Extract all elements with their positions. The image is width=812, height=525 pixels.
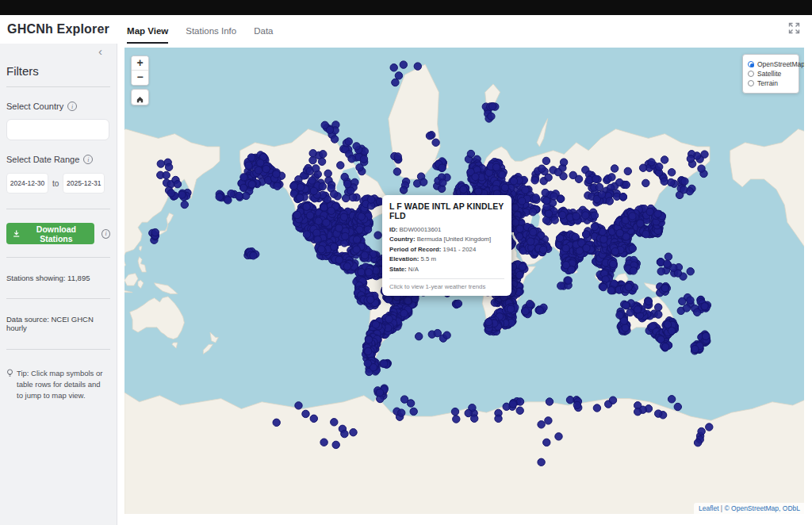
download-stations-button[interactable]: Download Stations bbox=[6, 223, 94, 244]
popup-state-row: State: N/A bbox=[389, 265, 504, 274]
home-icon bbox=[136, 95, 144, 104]
app-title: GHCNh Explorer bbox=[7, 22, 109, 36]
country-input[interactable] bbox=[6, 119, 109, 140]
download-icon bbox=[13, 229, 20, 238]
date-to-input[interactable]: 2025-12-31 bbox=[63, 173, 105, 194]
nav-tabs: Map View Stations Info Data bbox=[118, 15, 282, 44]
zoom-out-button[interactable]: − bbox=[132, 71, 148, 85]
layer-control: OpenStreetMap Satellite Terrain bbox=[742, 54, 799, 94]
filters-sidebar: ‹ Filters Select Country i Select Date R… bbox=[0, 44, 117, 525]
data-source-text: Data source: NCEI GHCN hourly bbox=[6, 315, 110, 332]
tip-note: Tip: Click map symbols or table rows for… bbox=[6, 368, 110, 400]
station-popup[interactable]: L F WADE INTL AP KINDLEY FLD ID: BDW0001… bbox=[382, 195, 511, 296]
filters-heading: Filters bbox=[6, 64, 110, 78]
date-from-input[interactable]: 2024-12-30 bbox=[6, 173, 48, 194]
download-info-icon[interactable]: i bbox=[102, 229, 110, 239]
select-country-label: Select Country i bbox=[6, 102, 110, 111]
map-attribution: Leaflet | © OpenStreetMap, ODbL bbox=[694, 503, 804, 514]
tab-stations-info[interactable]: Stations Info bbox=[186, 26, 236, 44]
map-canvas[interactable]: + − OpenStreetMap Satellite Terrain L F bbox=[124, 48, 804, 514]
popup-country-row: Country: Bermuda [United Kingdom] bbox=[389, 235, 504, 244]
fullscreen-icon[interactable] bbox=[787, 21, 801, 38]
tab-map-view[interactable]: Map View bbox=[127, 26, 168, 44]
leaflet-link[interactable]: Leaflet bbox=[699, 504, 719, 512]
home-button[interactable] bbox=[131, 89, 149, 105]
layer-option-satellite[interactable]: Satellite bbox=[748, 70, 794, 78]
lightbulb-icon bbox=[6, 369, 13, 378]
date-range-row: 2024-12-30 to 2025-12-31 bbox=[6, 173, 110, 194]
layer-option-openstreetmap[interactable]: OpenStreetMap bbox=[748, 60, 794, 68]
popup-id-row: ID: BDW00013601 bbox=[389, 225, 504, 235]
popup-footer-hint: Click to view 1-year weather trends bbox=[389, 283, 504, 290]
app-header: GHCNh Explorer Map View Stations Info Da… bbox=[0, 15, 812, 44]
layer-option-terrain[interactable]: Terrain bbox=[748, 79, 794, 87]
zoom-in-button[interactable]: + bbox=[132, 56, 148, 71]
radio-terrain[interactable] bbox=[748, 80, 754, 86]
osm-link[interactable]: © OpenStreetMap, ODbL bbox=[724, 504, 800, 512]
date-range-info-icon[interactable]: i bbox=[83, 155, 93, 164]
date-to-word: to bbox=[52, 179, 59, 188]
popup-period-row: Period of Record: 1941 - 2024 bbox=[389, 245, 504, 255]
stations-showing-text: Stations showing: 11,895 bbox=[6, 274, 110, 282]
zoom-control: + − bbox=[131, 56, 149, 86]
popup-elevation-row: Elevation: 5.5 m bbox=[389, 255, 504, 264]
app-top-black-bar bbox=[0, 0, 812, 15]
radio-satellite[interactable] bbox=[748, 71, 754, 77]
popup-station-name: L F WADE INTL AP KINDLEY FLD bbox=[389, 201, 504, 220]
radio-openstreetmap[interactable] bbox=[748, 61, 754, 67]
tab-data[interactable]: Data bbox=[254, 26, 273, 44]
select-date-range-label: Select Date Range i bbox=[6, 155, 110, 164]
country-info-icon[interactable]: i bbox=[67, 102, 77, 111]
sidebar-collapse-icon[interactable]: ‹ bbox=[98, 45, 102, 57]
